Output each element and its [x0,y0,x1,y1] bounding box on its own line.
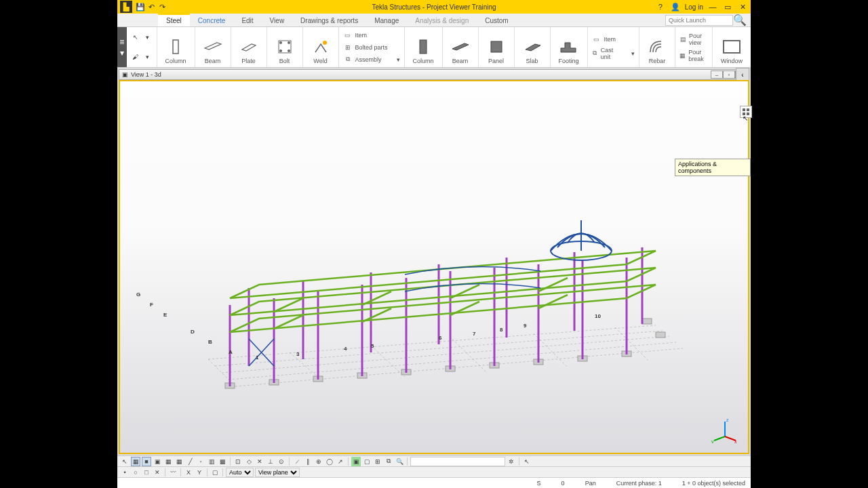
svg-line-41 [450,302,479,315]
snap-perp-icon[interactable]: ⊥ [266,457,275,466]
item-button[interactable]: ▭Item [343,30,400,40]
close-icon[interactable]: ✕ [737,1,748,12]
comp-c-icon[interactable]: ⊞ [373,457,382,466]
chevron-down-icon[interactable]: ▾ [143,33,153,42]
grid-label: 8 [500,327,502,333]
rebar-icon [648,37,667,56]
snap-par-icon[interactable]: ∥ [303,457,313,466]
applications-button[interactable]: ↖ [740,106,752,118]
sel-all-icon[interactable]: ▦ [131,457,140,466]
chevron-down-icon[interactable]: ▾ [143,52,153,62]
tab-drawings[interactable]: Drawings & reports [292,15,366,26]
comp-b-icon[interactable]: ▢ [362,457,372,466]
snap-cen-icon[interactable]: ⊕ [314,457,323,466]
filter-settings-icon[interactable]: ✲ [507,457,516,466]
3d-canvas[interactable]: G F E D B A 1 3 4 5 6 7 8 9 10 z x [119,80,749,454]
footing-button[interactable]: Footing [556,36,582,66]
sn-box-icon[interactable]: ▢ [210,468,220,477]
beam-button[interactable]: Beam [201,36,225,66]
ribbon-handle[interactable]: ≡▾ [117,27,127,67]
tab-concrete[interactable]: Concrete [190,15,234,26]
sel-cursor-icon[interactable]: ↖ [120,457,130,466]
brush-icon[interactable]: 🖌 [131,52,140,62]
undo-icon[interactable]: ↶ [146,1,157,12]
zoom-icon[interactable]: 🔍 [395,457,404,466]
tab-steel[interactable]: Steel [158,14,190,26]
conc-column-button[interactable]: Column [410,36,437,66]
help-icon[interactable]: ? [655,1,666,12]
svg-rect-21 [642,319,652,324]
tab-custom[interactable]: Custom [477,15,516,26]
quick-launch-input[interactable] [665,15,733,26]
sn-axis-y-icon[interactable]: Y [195,468,204,477]
sel-line-icon[interactable]: ╱ [185,457,195,466]
snap-mode-select[interactable]: Auto [226,468,254,477]
snap-plane-select[interactable]: View plane [255,468,300,477]
pour-view-button[interactable]: ▤Pour view [679,33,708,46]
sn-axis-x-icon[interactable]: X [184,468,193,477]
filter-input[interactable] [410,457,505,466]
search-icon[interactable]: 🔍 [733,14,747,26]
tab-analysis[interactable]: Analysis & design [407,15,477,26]
snap-ext-icon[interactable]: ⟋ [292,457,302,466]
bolt-button[interactable]: Bolt [273,36,297,66]
cursor-icon[interactable]: ↖ [131,33,140,42]
cast-item-button[interactable]: ▭Item [592,35,635,44]
comp-d-icon[interactable]: ⧉ [384,457,393,466]
sel-object-icon[interactable]: ▣ [153,457,162,466]
sn-pt-icon[interactable]: • [120,468,130,477]
pour-break-button[interactable]: ▦Pour break [679,49,708,62]
sel-part-icon[interactable]: ■ [142,457,151,466]
side-collapse-icon[interactable]: ‹ [736,68,749,81]
bolted-icon: ⊞ [343,43,353,52]
snap-mid-icon[interactable]: ◇ [244,457,254,466]
sel-face-icon[interactable]: ▥ [207,457,216,466]
slab-button[interactable]: Slab [520,36,545,66]
panel-button[interactable]: Panel [484,36,509,66]
rebar-button[interactable]: Rebar [645,36,669,66]
beam-icon [203,37,222,56]
cast-unit-button[interactable]: ⧉Cast unit▾ [592,47,635,60]
tab-edit[interactable]: Edit [233,15,261,26]
sel-grid-icon[interactable]: ▦ [163,457,173,466]
conc-beam-icon [451,37,470,56]
sn-x-icon[interactable]: ✕ [153,468,162,477]
tab-manage[interactable]: Manage [366,15,407,26]
window-button[interactable]: Window [718,36,745,66]
plate-icon [239,37,258,56]
column-button[interactable]: Column [163,36,189,66]
svg-line-53 [714,436,725,441]
conc-beam-button[interactable]: Beam [448,36,473,66]
tab-view[interactable]: View [262,15,293,26]
sel-point-icon[interactable]: ◦ [196,457,205,466]
redo-icon[interactable]: ↷ [157,1,167,12]
snap-near-icon[interactable]: ⊙ [277,457,286,466]
sn-cir-icon[interactable]: ○ [131,468,140,477]
snap-int-icon[interactable]: ✕ [255,457,264,466]
sn-wave-icon[interactable]: 〰 [168,468,178,477]
svg-point-4 [288,49,290,52]
grid-label: 10 [595,313,601,319]
snap-end-icon[interactable]: ⊡ [233,457,243,466]
view-min-icon[interactable]: – [711,70,723,79]
view-max-icon[interactable]: ▫ [723,70,735,79]
save-icon[interactable]: 💾 [135,1,146,12]
sel-grid2-icon[interactable]: ▦ [174,457,184,466]
bolted-parts-button[interactable]: ⊞Bolted parts [343,43,400,52]
maximize-icon[interactable]: ▭ [722,1,733,12]
minimize-icon[interactable]: — [707,1,718,12]
sn-sq-icon[interactable]: □ [142,468,151,477]
snap-toolbar: • ○ □ ✕ 〰 X Y ▢ Auto View plane [117,466,751,477]
snap-tan-icon[interactable]: ◯ [325,457,334,466]
plate-button[interactable]: Plate [237,36,261,66]
snap-ref-icon[interactable]: ↗ [336,457,345,466]
comp-a-icon[interactable]: ▣ [351,457,361,466]
user-icon[interactable]: 👤 [670,1,681,12]
pointer-icon[interactable]: ↖ [522,457,532,466]
ribbon: ≡▾ ↖▾ 🖌▾ Column Beam Plate Bolt Weld ▭It… [117,27,751,68]
assembly-button[interactable]: ⧉Assembly▾ [343,55,400,64]
grid-label: 1 [256,354,258,361]
sel-vol-icon[interactable]: ▩ [218,457,227,466]
weld-button[interactable]: Weld [309,36,333,66]
login-link[interactable]: Log in [685,3,703,11]
